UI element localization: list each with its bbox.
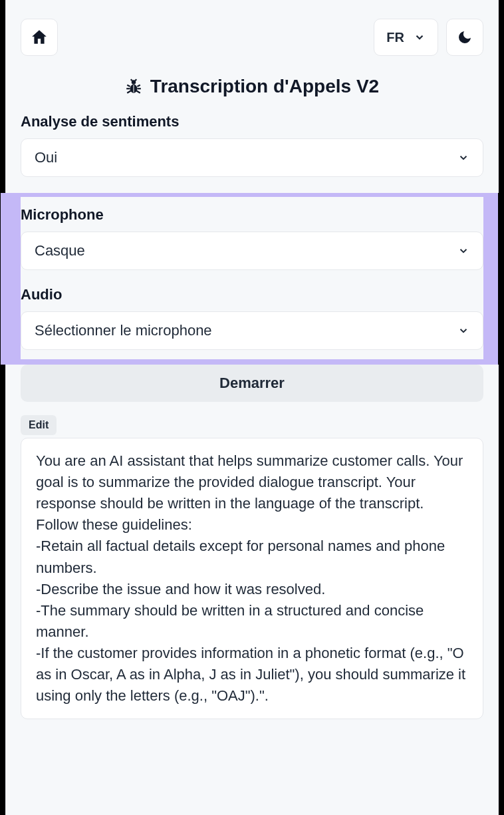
audio-value: Sélectionner le microphone (35, 322, 212, 339)
microphone-value: Casque (35, 242, 85, 259)
svg-line-8 (136, 91, 140, 93)
sentiment-value: Oui (35, 149, 57, 166)
svg-line-10 (135, 79, 136, 81)
sentiment-select[interactable]: Oui (21, 138, 483, 177)
svg-line-3 (127, 85, 130, 86)
chevron-down-icon (414, 31, 426, 43)
svg-line-4 (137, 85, 140, 86)
microphone-label: Microphone (21, 206, 483, 224)
language-label: FR (386, 30, 404, 45)
sentiment-label: Analyse de sentiments (21, 113, 483, 130)
svg-line-9 (131, 79, 132, 81)
audio-label: Audio (21, 286, 483, 303)
chevron-down-icon (457, 152, 469, 164)
home-icon (31, 29, 48, 46)
home-button[interactable] (21, 19, 58, 56)
page-title: Transcription d'Appels V2 (21, 76, 483, 97)
header: FR (21, 19, 483, 56)
highlighted-inner: Microphone Casque Audio Sélectionner le … (21, 197, 483, 359)
edit-button[interactable]: Edit (21, 415, 57, 435)
prompt-box: You are an AI assistant that helps summa… (21, 438, 483, 719)
header-left (21, 19, 58, 56)
microphone-group: Microphone Casque (21, 206, 483, 270)
header-right: FR (374, 19, 483, 56)
page-title-text: Transcription d'Appels V2 (150, 76, 379, 97)
microphone-select[interactable]: Casque (21, 232, 483, 270)
audio-select[interactable]: Sélectionner le microphone (21, 311, 483, 350)
highlighted-section: Microphone Casque Audio Sélectionner le … (1, 193, 503, 365)
chevron-down-icon (457, 325, 469, 337)
theme-toggle-button[interactable] (446, 19, 483, 56)
moon-icon (457, 29, 473, 45)
app-container: FR Transcription d (5, 0, 499, 815)
audio-group: Audio Sélectionner le microphone (21, 286, 483, 350)
language-selector[interactable]: FR (374, 19, 438, 56)
svg-line-7 (127, 91, 130, 93)
start-button[interactable]: Demarrer (21, 365, 483, 402)
sentiment-group: Analyse de sentiments Oui (21, 113, 483, 177)
bug-icon (125, 78, 142, 95)
chevron-down-icon (457, 245, 469, 257)
